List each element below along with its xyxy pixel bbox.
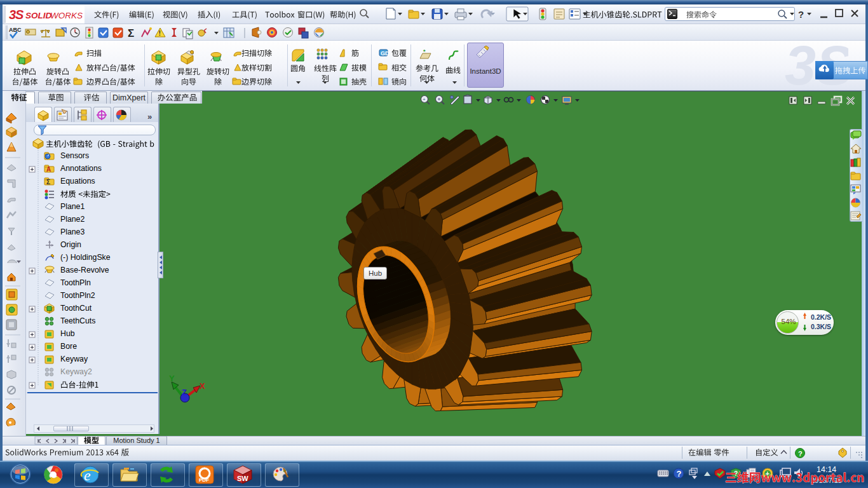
svg-text:X: X	[200, 381, 205, 391]
svg-text:Z: Z	[182, 388, 187, 397]
svg-text:SW: SW	[237, 475, 248, 482]
svg-text:+: +	[423, 97, 426, 102]
svg-text:PDF: PDF	[199, 477, 209, 483]
svg-text:?: ?	[798, 450, 803, 458]
svg-text:?: ?	[798, 9, 804, 20]
svg-text:»: »	[147, 112, 152, 121]
svg-text:!: !	[159, 29, 161, 37]
svg-text:*: *	[423, 48, 426, 55]
svg-text:WORKS: WORKS	[50, 11, 83, 20]
svg-text:ABC: ABC	[9, 27, 22, 33]
svg-text:Σ: Σ	[128, 27, 134, 39]
svg-text:?: ?	[677, 469, 682, 478]
svg-text:Σ: Σ	[46, 179, 50, 186]
svg-text:SOLID: SOLID	[25, 11, 52, 20]
svg-text:S: S	[15, 8, 24, 22]
svg-text:Y: Y	[169, 374, 175, 383]
svg-text:GD: GD	[381, 50, 390, 57]
svg-text:A: A	[46, 166, 51, 173]
